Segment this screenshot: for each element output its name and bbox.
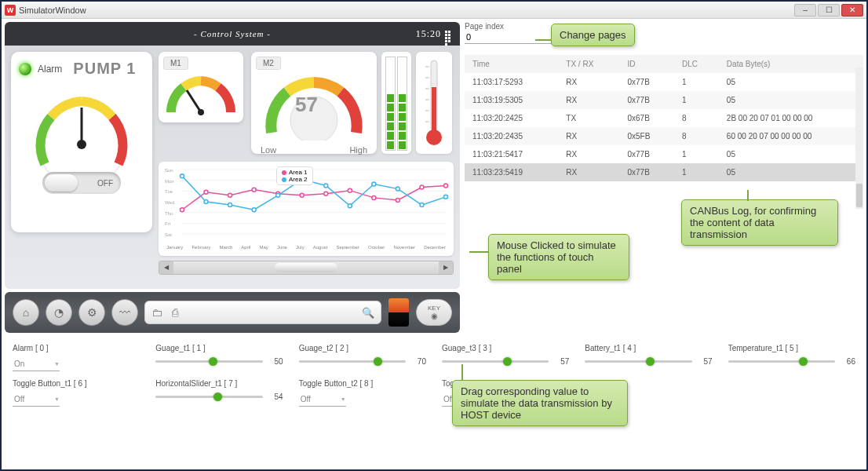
svg-point-43 (228, 203, 232, 207)
home-icon: ⌂ (23, 306, 29, 319)
line-chart: SunMonTueWedThuFriSat Area 1 Area 2 Janu… (159, 162, 454, 256)
folder-icon[interactable]: 🗀 (151, 306, 162, 319)
svg-point-29 (181, 208, 184, 212)
table-row[interactable]: 11:03:17:5293RX0x77B105 (465, 73, 863, 91)
table-row[interactable]: 11:03:20:2425TX0x67B82B 00 20 07 01 00 0… (465, 109, 863, 127)
svg-point-52 (444, 195, 448, 199)
callout-drag-value: Drag corresponding value to simulate the… (452, 380, 628, 426)
svg-point-32 (252, 188, 256, 192)
svg-point-50 (396, 187, 399, 191)
gear-icon: ⚙ (87, 306, 97, 319)
svg-point-41 (181, 174, 184, 178)
gauge-icon: ◔ (54, 306, 64, 319)
control-label: Guage_t2 [ 2 ] (299, 344, 426, 352)
alarm-led-icon (19, 63, 31, 75)
table-row[interactable]: 11:03:19:5305RX0x77B105 (465, 91, 863, 109)
control-4: Battery_t1 [ 4 ]57 (585, 344, 712, 371)
gauge-m1: M1 (159, 52, 243, 122)
m2-low-label: Low (261, 145, 276, 155)
pump-toggle[interactable]: ON OFF (42, 172, 121, 194)
window-min-button[interactable]: – (794, 4, 816, 16)
key-button[interactable]: KEY ◉ (416, 299, 452, 326)
control-1: Guage_t1 [ 1 ]50 (155, 344, 283, 371)
control-slider[interactable]: 66 (728, 357, 855, 366)
search-icon[interactable]: 🔍 (362, 307, 374, 319)
chart-icon: 〰 (119, 306, 130, 319)
svg-point-47 (324, 184, 328, 188)
m2-high-label: High (349, 145, 367, 155)
home-button[interactable]: ⌂ (13, 299, 39, 326)
svg-text:Sat: Sat (165, 232, 172, 237)
power-rocker-switch[interactable] (388, 298, 410, 327)
svg-text:Fri: Fri (165, 221, 170, 226)
svg-point-45 (276, 193, 280, 197)
svg-point-37 (372, 195, 376, 199)
svg-point-48 (348, 204, 352, 208)
scroll-left-button[interactable]: ◀ (159, 261, 173, 274)
grid-icon[interactable] (444, 30, 452, 38)
control-label: Battery_t1 [ 4 ] (585, 344, 712, 352)
control-label: Toggle Button_t2 [ 8 ] (299, 379, 426, 388)
col-dlc: DLC (674, 55, 719, 73)
table-row[interactable]: 11:03:21:5417RX0x77B105 (465, 145, 863, 163)
gauge-m2: M2 57 Low High (251, 52, 377, 154)
chart-button[interactable]: 〰 (111, 299, 138, 326)
svg-point-42 (204, 200, 208, 204)
keyhole-icon: ◉ (431, 312, 438, 320)
dashboard-header: - Control System - 15:20 (5, 22, 460, 46)
page-index-label: Page index (465, 22, 863, 31)
dashboard-title: - Control System - (194, 29, 271, 38)
control-7: HorizontalSlider_t1 [ 7 ]54 (155, 379, 283, 407)
window-max-button[interactable]: ☐ (818, 4, 840, 16)
gauge-button[interactable]: ◔ (46, 299, 72, 326)
control-dropdown[interactable]: Off▼ (299, 392, 346, 407)
svg-text:Tue: Tue (165, 189, 173, 194)
control-5: Temperature_t1 [ 5 ]66 (728, 344, 855, 371)
svg-text:Wed: Wed (165, 200, 174, 205)
control-6: Toggle Button_t1 [ 6 ]Off▼ (13, 379, 140, 407)
col-data: Data Byte(s) (719, 55, 863, 73)
print-icon[interactable]: ⎙ (172, 306, 178, 319)
svg-point-30 (204, 190, 208, 194)
pump-title: PUMP 1 (73, 60, 136, 78)
pump-gauge (23, 86, 140, 164)
alarm-label: Alarm (38, 64, 62, 75)
control-slider[interactable]: 70 (299, 357, 426, 366)
chart-scrollbar[interactable]: ◀ ▶ (159, 261, 454, 275)
thermometer (416, 52, 452, 154)
control-label: Toggle Button_t1 [ 6 ] (13, 379, 140, 388)
col-time: Time (465, 55, 558, 73)
pump-card: Alarm PUMP 1 ON OFF (11, 52, 152, 232)
chart-legend: Area 1 Area 2 (276, 166, 313, 185)
log-scrollbar[interactable] (855, 68, 863, 209)
svg-point-34 (300, 193, 304, 197)
window-close-button[interactable]: ✕ (841, 4, 863, 16)
col-id: ID (620, 55, 675, 73)
svg-point-8 (426, 130, 442, 145)
control-label: Temperature_t1 [ 5 ] (728, 344, 855, 352)
search-input[interactable] (188, 308, 352, 317)
svg-point-31 (228, 193, 232, 197)
control-label: Guage_t1 [ 1 ] (155, 344, 283, 352)
svg-point-40 (444, 184, 448, 188)
scroll-right-button[interactable]: ▶ (439, 261, 453, 274)
control-slider[interactable]: 54 (155, 392, 283, 401)
svg-point-38 (396, 198, 399, 202)
scroll-thumb[interactable] (275, 263, 337, 272)
svg-point-4 (198, 109, 204, 115)
svg-text:Thu: Thu (165, 211, 173, 216)
table-row[interactable]: 11:03:20:2435RX0x5FB860 00 20 07 00 00 0… (465, 127, 863, 145)
control-dropdown[interactable]: On▼ (13, 357, 60, 371)
search-bar[interactable]: 🗀 ⎙ 🔍 (144, 301, 381, 324)
window-titlebar: W SimulatorWindow – ☐ ✕ (2, 2, 866, 19)
table-row[interactable]: 11:03:23:5419RX0x77B105 (465, 163, 863, 181)
control-slider[interactable]: 50 (155, 357, 283, 366)
callout-change-pages: Change pages (551, 24, 635, 46)
m2-tab: M2 (256, 57, 281, 70)
callout-mouse-click: Mouse Clicked to simulate the functions … (488, 234, 629, 280)
svg-text:Mon: Mon (165, 179, 174, 184)
control-dropdown[interactable]: Off▼ (13, 392, 60, 407)
control-slider[interactable]: 57 (585, 357, 712, 366)
settings-button[interactable]: ⚙ (78, 299, 105, 326)
control-2: Guage_t2 [ 2 ]70 (299, 344, 426, 371)
